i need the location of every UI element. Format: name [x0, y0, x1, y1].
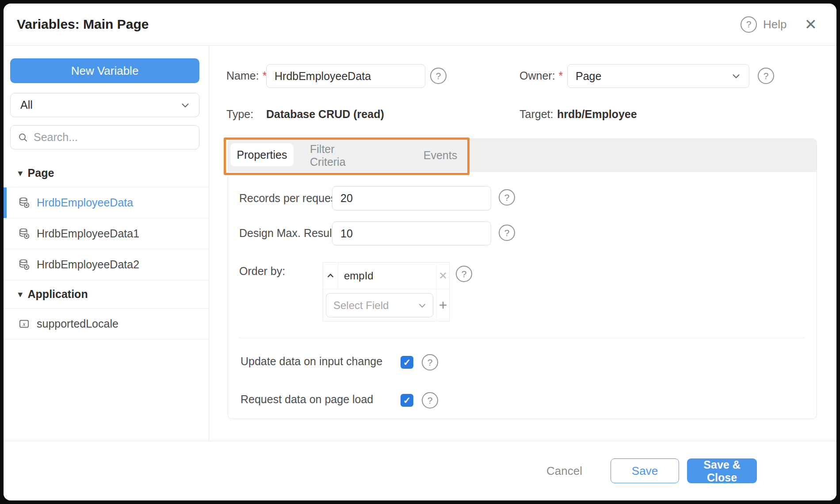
search-box — [10, 125, 199, 149]
collapse-triangle-icon: ▾ — [18, 168, 23, 178]
dialog-header: Variables: Main Page Help — [4, 4, 836, 46]
order-by-field-value: empId — [338, 270, 374, 282]
required-asterisk: * — [559, 69, 563, 82]
sidebar-item-supportedlocale[interactable]: x supportedLocale — [4, 309, 209, 340]
design-help-icon[interactable] — [499, 225, 515, 241]
sidebar-section-application[interactable]: ▾ Application — [4, 280, 209, 309]
database-crud-icon — [18, 228, 30, 240]
variable-icon: x — [18, 318, 30, 330]
section-label: Application — [28, 288, 88, 301]
variable-config-panel: Properties Filter Criteria Events Record… — [228, 138, 817, 419]
svg-text:x: x — [23, 321, 26, 327]
remove-order-field-icon[interactable] — [436, 263, 449, 289]
chevron-down-icon — [179, 99, 191, 111]
type-label: Type: — [226, 108, 253, 121]
filter-select-value: All — [20, 99, 179, 111]
tab-properties[interactable]: Properties — [230, 143, 294, 166]
owner-label: Owner:* — [519, 69, 563, 82]
request-on-load-checkbox[interactable] — [401, 394, 413, 407]
records-per-request-input[interactable] — [332, 186, 491, 210]
sidebar-section-page[interactable]: ▾ Page — [4, 159, 209, 187]
new-variable-button[interactable]: New Variable — [10, 58, 199, 83]
chevron-down-icon — [730, 70, 742, 82]
add-order-field-icon[interactable] — [436, 289, 449, 321]
variable-name: supportedLocale — [37, 317, 118, 330]
section-divider — [239, 338, 804, 338]
dialog-footer: Cancel Save Save & Close — [4, 441, 836, 500]
sidebar-item-hrdbemployeedata2[interactable]: HrdbEmployeeData2 — [4, 249, 209, 280]
tab-bar: Properties Filter Criteria Events — [228, 139, 817, 172]
collapse-triangle-icon: ▾ — [18, 289, 23, 299]
sidebar-item-hrdbemployeedata1[interactable]: HrdbEmployeeData1 — [4, 218, 209, 249]
sort-direction-button[interactable] — [323, 263, 338, 289]
variables-dialog: Variables: Main Page Help New Variable A… — [4, 4, 836, 500]
select-field-dropdown[interactable]: Select Field — [326, 293, 433, 317]
order-by-editor: empId Select Field — [323, 262, 450, 321]
owner-select-value: Page — [576, 70, 730, 83]
variable-name: HrdbEmployeeData — [37, 196, 133, 209]
name-input[interactable] — [266, 64, 425, 88]
search-icon — [18, 132, 28, 143]
database-crud-icon — [18, 197, 30, 209]
database-crud-icon — [18, 259, 30, 271]
tab-events[interactable]: Events — [418, 139, 462, 172]
select-field-placeholder: Select Field — [333, 299, 417, 312]
close-icon[interactable] — [805, 17, 817, 32]
request-on-load-help-icon[interactable] — [422, 392, 438, 409]
variable-name: HrdbEmployeeData1 — [37, 227, 139, 240]
type-value: Database CRUD (read) — [266, 108, 384, 121]
name-label: Name:* — [226, 69, 267, 82]
design-max-results-label: Design Max. Results: — [239, 227, 344, 240]
sidebar-item-hrdbemployeedata[interactable]: HrdbEmployeeData — [4, 187, 209, 218]
order-by-row: empId — [323, 263, 436, 289]
tab-filter-criteria[interactable]: Filter Criteria — [310, 139, 366, 172]
section-label: Page — [28, 167, 54, 179]
records-per-request-label: Records per request — [239, 192, 340, 205]
order-by-add-row: Select Field — [323, 289, 436, 321]
records-help-icon[interactable] — [499, 189, 515, 206]
update-on-input-label: Update data on input change — [241, 355, 382, 368]
cancel-button[interactable]: Cancel — [546, 464, 582, 478]
variable-filter-select[interactable]: All — [10, 93, 199, 117]
help-icon[interactable] — [741, 16, 757, 33]
owner-help-icon[interactable] — [758, 68, 774, 84]
search-input[interactable] — [34, 131, 192, 144]
target-label: Target: — [519, 108, 553, 121]
name-help-icon[interactable] — [430, 68, 447, 84]
variables-sidebar: New Variable All ▾ Page — [4, 46, 209, 441]
owner-select[interactable]: Page — [567, 64, 749, 88]
order-by-label: Order by: — [239, 265, 285, 278]
request-on-load-label: Request data on page load — [241, 393, 373, 406]
dialog-title: Variables: Main Page — [17, 17, 741, 32]
variable-list: ▾ Page HrdbEmployeeData — [4, 159, 209, 340]
order-by-help-icon[interactable] — [456, 266, 472, 282]
help-label[interactable]: Help — [763, 18, 787, 31]
save-and-close-button[interactable]: Save & Close — [687, 458, 757, 483]
update-on-input-help-icon[interactable] — [422, 354, 438, 370]
target-value: hrdb/Employee — [557, 108, 637, 121]
chevron-down-icon — [417, 300, 428, 311]
save-button[interactable]: Save — [611, 458, 679, 483]
design-max-results-input[interactable] — [332, 221, 491, 245]
variable-name: HrdbEmployeeData2 — [37, 258, 139, 271]
update-on-input-checkbox[interactable] — [401, 356, 413, 369]
